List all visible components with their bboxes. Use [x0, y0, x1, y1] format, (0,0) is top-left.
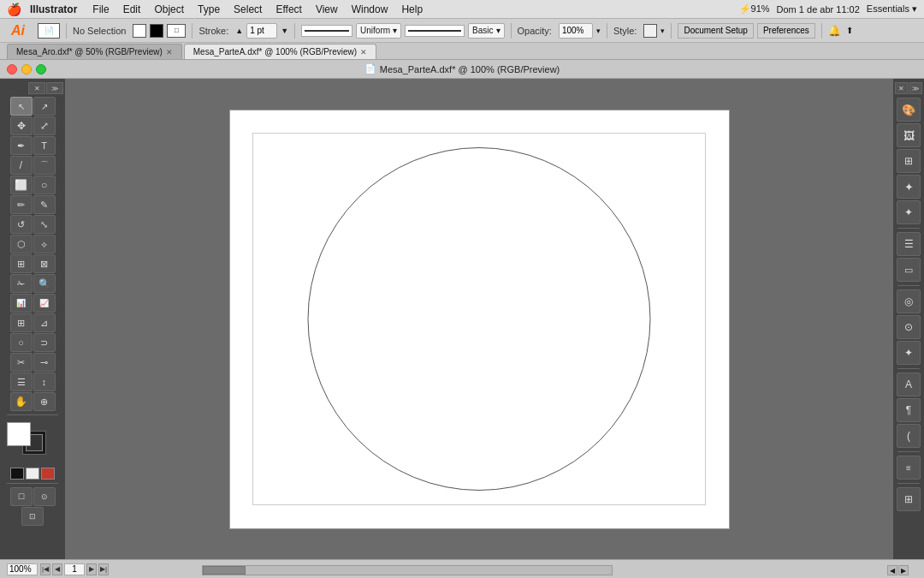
opacity-chevron[interactable]: ▾	[596, 27, 601, 35]
ruler-tool[interactable]: ↕	[33, 372, 56, 391]
right-panel-expand[interactable]: ≫	[909, 82, 923, 94]
ellipse-tool[interactable]: ○	[33, 176, 56, 194]
doc-setup-button[interactable]: Document Setup	[678, 23, 754, 39]
mesh-tool[interactable]: ⊞	[10, 313, 33, 332]
transform-tool[interactable]: ⊿	[33, 313, 56, 332]
menu-window[interactable]: Window	[345, 2, 395, 17]
rect-tool[interactable]: ⬜	[10, 176, 33, 194]
stroke-basic-preview[interactable]	[405, 25, 465, 37]
close-button[interactable]	[7, 64, 17, 74]
screen-mode-btn[interactable]: ☐	[10, 487, 33, 506]
image-panel-btn[interactable]: 🖼	[897, 123, 921, 147]
eraser-tool[interactable]: ⊠	[33, 254, 56, 273]
scroll-left-btn[interactable]: ◀	[887, 565, 897, 575]
apple-menu[interactable]: 🍎	[7, 3, 21, 16]
chart-tool[interactable]: 📈	[33, 294, 56, 313]
h-scrollbar[interactable]	[202, 565, 613, 575]
line-tool[interactable]: /	[10, 156, 33, 175]
next-page-btn[interactable]: ▶	[86, 563, 97, 575]
paintbrush-tool[interactable]: ✏	[10, 195, 33, 214]
tab-mesa-aro-close[interactable]: ✕	[166, 48, 173, 57]
menu-type[interactable]: Type	[191, 2, 227, 17]
menu-edit[interactable]: Edit	[116, 2, 148, 17]
shear-tool[interactable]: ⬡	[10, 235, 33, 253]
panel-expand-btn[interactable]: ≫	[46, 82, 63, 94]
stroke-arrow-down[interactable]: ▼	[281, 27, 288, 35]
style-chevron[interactable]: ▾	[660, 27, 665, 35]
draw-mode-btn[interactable]: ⊙	[33, 487, 56, 506]
column-graph-tool[interactable]: ⊃	[33, 333, 56, 352]
maximize-button[interactable]	[36, 64, 46, 74]
menu-file[interactable]: File	[86, 2, 116, 17]
menu-view[interactable]: View	[309, 2, 345, 17]
zoom-input[interactable]	[7, 563, 38, 575]
text-panel-btn[interactable]: A	[897, 372, 921, 396]
right-panel-collapse[interactable]: ✕	[895, 82, 909, 94]
preferences-button[interactable]: Preferences	[757, 23, 815, 39]
stroke-line-preview[interactable]	[301, 25, 352, 37]
prev-page-btn[interactable]: ◀	[52, 563, 62, 575]
zoom-tool[interactable]: 🔍	[33, 274, 56, 293]
layers-panel-btn[interactable]: ≡	[897, 456, 921, 480]
stroke-box[interactable]: □	[167, 24, 186, 38]
artboard-tool[interactable]: ☰	[10, 372, 33, 391]
pan-tool[interactable]: ✋	[10, 392, 33, 411]
first-page-btn[interactable]: |◀	[40, 563, 50, 575]
symbol-spray-tool[interactable]: ○	[10, 333, 33, 352]
hand-tool[interactable]: ⊸	[33, 353, 56, 372]
fill-swatch[interactable]	[133, 24, 146, 38]
bracket-panel-btn[interactable]: (	[897, 424, 921, 448]
dot-panel-btn[interactable]: ✦	[897, 341, 921, 365]
foreground-color[interactable]	[7, 422, 31, 446]
panel-collapse-btn[interactable]: ✕	[28, 82, 45, 94]
black-swatch[interactable]	[10, 468, 24, 480]
last-page-btn[interactable]: ▶|	[98, 563, 109, 575]
change-screen-btn[interactable]: ⊡	[21, 507, 44, 526]
type-tool[interactable]: T	[33, 136, 56, 155]
minimize-button[interactable]	[21, 64, 32, 74]
stroke-width-input[interactable]	[246, 23, 277, 39]
blend-tool[interactable]: ⊞	[10, 254, 33, 273]
rotate-tool[interactable]: ↺	[10, 215, 33, 234]
stroke-color-swatch[interactable]	[150, 24, 163, 38]
reshape-tool[interactable]: ⟡	[33, 235, 56, 253]
direct-selection-tool[interactable]: ↗	[33, 97, 56, 116]
page-input[interactable]	[64, 563, 85, 575]
pencil-tool[interactable]: ✎	[33, 195, 56, 214]
sun-panel-btn[interactable]: ⊙	[897, 315, 921, 339]
lasso-tool[interactable]: ⤢	[33, 116, 56, 135]
zoom-in-tool[interactable]: ⊕	[33, 392, 56, 411]
menu-help[interactable]: Help	[394, 2, 429, 17]
basic-dropdown[interactable]: Basic ▾	[468, 23, 504, 39]
grid-panel-btn[interactable]: ⊞	[897, 149, 921, 173]
para-panel-btn[interactable]: ¶	[897, 398, 921, 422]
tab-mesa-aro[interactable]: Mesa_Aro.dxf* @ 50% (RGB/Preview) ✕	[7, 44, 182, 59]
none-swatch[interactable]	[41, 468, 55, 480]
canvas-area[interactable]	[65, 79, 893, 559]
color-panel-btn[interactable]: 🎨	[897, 98, 921, 122]
scissors-tool[interactable]: ✁	[10, 274, 33, 293]
magic-wand-tool[interactable]: ✥	[10, 116, 33, 135]
new-doc-icon[interactable]: 📄	[38, 23, 60, 39]
tab-mesa-parta[interactable]: Mesa_ParteA.dxf* @ 100% (RGB/Preview) ✕	[184, 44, 376, 59]
style-swatch[interactable]	[643, 24, 657, 38]
rect-panel-btn[interactable]: ▭	[897, 258, 921, 282]
menu-select[interactable]: Select	[227, 2, 269, 17]
graph-tool[interactable]: 📊	[10, 294, 33, 313]
menu-effect[interactable]: Effect	[269, 2, 308, 17]
menu-essentials[interactable]: Essentials ▾	[867, 3, 917, 15]
star-panel-btn[interactable]: ✦	[897, 200, 921, 224]
white-swatch[interactable]	[26, 468, 39, 480]
h-scroll-thumb[interactable]	[203, 566, 246, 575]
alert-icon[interactable]: 🔔	[828, 25, 841, 37]
menu-object[interactable]: Object	[147, 2, 191, 17]
opacity-input[interactable]	[559, 23, 593, 39]
selection-tool[interactable]: ↖	[10, 97, 33, 116]
expand-icon[interactable]: ⬆	[846, 26, 853, 35]
circle-panel-btn[interactable]: ◎	[897, 289, 921, 313]
stroke-arrow-up[interactable]: ▲	[235, 27, 243, 35]
uniform-dropdown[interactable]: Uniform ▾	[356, 23, 401, 39]
arc-tool[interactable]: ⌒	[33, 156, 56, 175]
tab-mesa-parta-close[interactable]: ✕	[360, 48, 367, 57]
lines-panel-btn[interactable]: ☰	[897, 232, 921, 256]
